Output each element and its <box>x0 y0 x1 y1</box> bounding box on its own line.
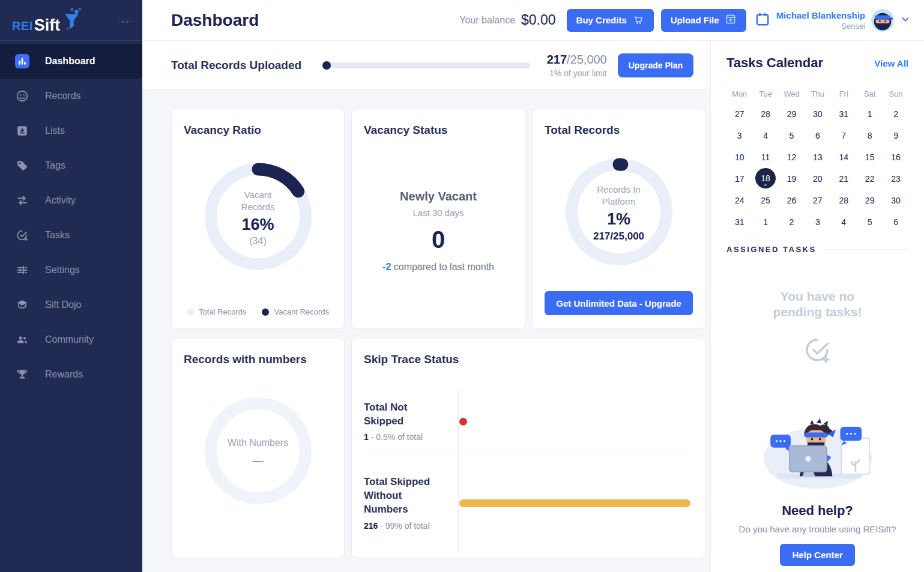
empty-line-1: You have no <box>726 289 908 304</box>
total-records-title: Total Records <box>545 124 693 137</box>
skip-row-bar <box>459 499 690 507</box>
calendar-day[interactable]: 16 <box>885 146 907 168</box>
buy-credits-button[interactable]: Buy Credits <box>567 9 654 32</box>
calendar-day[interactable]: 29 <box>781 103 802 125</box>
calendar-day[interactable]: 15 <box>859 146 881 168</box>
calendar-day[interactable]: 17 <box>729 168 750 190</box>
usage-progress-bar <box>322 62 530 68</box>
help-center-label: Help Center <box>792 550 842 560</box>
upload-file-label: Upload File <box>671 15 719 25</box>
calendar-day[interactable]: 13 <box>807 146 829 168</box>
upgrade-plan-button[interactable]: Upgrade Plan <box>618 53 693 77</box>
sidebar-item-label: Activity <box>45 195 76 206</box>
app-root: REISift →← DashboardRecordsListsTagsActi… <box>0 0 924 572</box>
usage-numbers: 217/25,000 1% of your limit <box>547 53 607 78</box>
calendar-day[interactable]: 2 <box>885 103 907 125</box>
calendar-day[interactable]: 31 <box>729 211 750 233</box>
calendar-day[interactable]: 7 <box>833 125 854 146</box>
calendar-day[interactable]: 20 <box>807 168 829 190</box>
sidebar-collapse-icon[interactable]: →← <box>117 15 131 25</box>
calendar-day[interactable]: 1 <box>859 103 881 125</box>
calendar-day[interactable]: 4 <box>833 211 854 233</box>
calendar-day[interactable]: 1 <box>755 211 776 233</box>
logo-text-rei: REI <box>12 18 33 34</box>
calendar-day[interactable]: 5 <box>859 211 881 233</box>
calendar-day[interactable]: 28 <box>833 190 854 211</box>
usage-progress-fill <box>322 61 331 70</box>
calendar-day[interactable]: 5 <box>781 125 802 146</box>
help-center-button[interactable]: Help Center <box>780 544 854 566</box>
sidebar-item-tags[interactable]: Tags <box>0 148 142 183</box>
calendar-day[interactable]: 21 <box>833 168 854 190</box>
calendar-day-header: Tue <box>759 84 772 103</box>
calendar-day[interactable]: 11 <box>755 146 776 168</box>
calendar-day[interactable]: 30 <box>885 190 907 211</box>
calendar-day[interactable]: 27 <box>807 190 829 211</box>
trophy-icon <box>15 367 29 382</box>
calendar-day[interactable]: 6 <box>807 125 829 146</box>
calendar-day[interactable]: 10 <box>729 146 750 168</box>
calendar-day[interactable]: 30 <box>807 103 829 125</box>
calendar-day[interactable]: 12 <box>781 146 802 168</box>
calendar-day-selected[interactable]: 18 <box>755 168 776 188</box>
sidebar-item-community[interactable]: Community <box>0 322 142 357</box>
calendar-day[interactable]: 23 <box>885 168 907 190</box>
calendar-day[interactable]: 2 <box>781 211 802 233</box>
user-menu[interactable]: Michael Blankenship Sensei <box>776 9 911 32</box>
calendar-day[interactable]: 3 <box>807 211 829 233</box>
sidebar-item-dashboard[interactable]: Dashboard <box>0 44 142 79</box>
calendar-day[interactable]: 19 <box>781 168 802 190</box>
calendar-day[interactable]: 25 <box>755 190 776 211</box>
assigned-tasks-empty-text: You have no pending tasks! <box>726 289 908 321</box>
total-records-center-value: 1% <box>607 210 630 229</box>
sidebar-item-settings[interactable]: Settings <box>0 253 142 288</box>
calendar-day-header: Sat <box>864 84 876 103</box>
calendar-day[interactable]: 14 <box>833 146 854 168</box>
tasks-calendar-grid: MonTueWedThuFriSatSun2728293031123456789… <box>726 84 908 233</box>
total-records-donut: Records In Platform 1% 217/25,000 <box>558 151 680 275</box>
sidebar-item-activity[interactable]: Activity <box>0 183 142 218</box>
records-icon <box>15 89 29 103</box>
funnel-logo-icon <box>61 7 82 34</box>
sidebar-item-label: Sift Dojo <box>45 300 81 310</box>
sidebar-item-records[interactable]: Records <box>0 79 142 113</box>
vacancy-status-delta-line: -2 compared to last month <box>364 262 513 272</box>
calendar-day[interactable]: 4 <box>755 125 776 146</box>
need-help-title: Need help? <box>726 503 908 519</box>
sidebar-item-tasks[interactable]: Tasks <box>0 218 142 253</box>
calendar-day[interactable]: 3 <box>729 125 750 146</box>
sliders-icon <box>15 263 29 277</box>
calendar-day-header: Mon <box>732 84 747 103</box>
calendar-day[interactable]: 8 <box>859 125 881 146</box>
calendar-day[interactable]: 22 <box>859 168 881 190</box>
legend-dot-light <box>187 309 194 316</box>
sidebar-item-rewards[interactable]: Rewards <box>0 357 142 392</box>
reisift-logo[interactable]: REISift <box>12 7 82 34</box>
calendar-day[interactable]: 29 <box>859 190 881 211</box>
main-area: Dashboard Your balance $0.00 Buy Credits… <box>142 0 924 572</box>
sidebar-item-sift-dojo[interactable]: Sift Dojo <box>0 288 142 322</box>
sidebar-item-label: Tags <box>45 160 65 171</box>
upload-file-button[interactable]: Upload File <box>661 9 746 32</box>
usage-band: Total Records Uploaded 217/25,000 1% of … <box>142 41 710 90</box>
calendar-day[interactable]: 9 <box>885 125 907 146</box>
calendar-day[interactable]: 6 <box>885 211 907 233</box>
calendar-day[interactable]: 27 <box>729 103 750 125</box>
vacancy-status-metric-label: Newly Vacant <box>364 190 513 203</box>
get-unlimited-data-button[interactable]: Get Unlimited Data - Upgrade <box>545 291 693 315</box>
calendar-day[interactable]: 31 <box>833 103 854 125</box>
vacancy-status-card: Vacancy Status Newly Vacant Last 30 days… <box>351 109 525 329</box>
calendar-icon-button[interactable] <box>755 11 770 29</box>
calendar-day[interactable]: 28 <box>755 103 776 125</box>
skip-trace-chart: Total Not Skipped1 - 0.5% of totalTotal … <box>364 389 693 552</box>
need-help-subtitle: Do you have any trouble using REISift? <box>726 524 908 534</box>
total-records-center-sub: 217/25,000 <box>593 230 644 242</box>
skip-row-caption: - 99% of total <box>380 521 430 531</box>
upload-icon <box>725 13 737 27</box>
center-column: Total Records Uploaded 217/25,000 1% of … <box>142 41 710 572</box>
total-records-card: Total Records Records In Platform 1% 217… <box>532 109 705 329</box>
sidebar-item-lists[interactable]: Lists <box>0 113 142 148</box>
view-all-link[interactable]: View All <box>874 58 908 68</box>
calendar-day[interactable]: 26 <box>781 190 802 211</box>
calendar-day[interactable]: 24 <box>729 190 750 211</box>
